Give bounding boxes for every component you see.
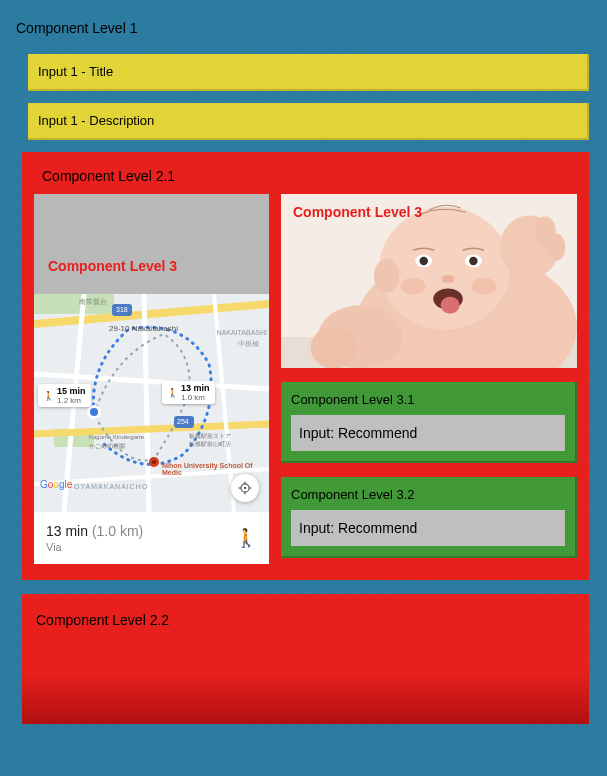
walk-icon: 🚶 [235, 527, 257, 549]
map-label-store2: 板橋駅前山町店 [189, 440, 231, 449]
input-1-title[interactable]: Input 1 - Title [28, 54, 589, 91]
bubble2-dist: 1.0 km [181, 393, 210, 402]
map-time: 13 min (1.0 km) [46, 523, 143, 539]
map-label-nakaitabashi: 29-10 Nakaitabashi [109, 324, 178, 333]
map-card: Component Level 3 [34, 194, 269, 564]
level-2-1-container: Component Level 2.1 Component Level 3 [22, 152, 589, 580]
map-time-text: 13 min [46, 523, 88, 539]
map-via: Via [46, 541, 143, 553]
level-3-1-title: Component Level 3.1 [291, 392, 565, 415]
map-footer: 13 min (1.0 km) Via 🚶 [34, 512, 269, 564]
svg-point-10 [244, 487, 246, 489]
walk-icon: 🚶 [167, 388, 178, 398]
map-label-school: Nihon University School Of Medic [162, 462, 269, 476]
svg-point-30 [471, 278, 496, 295]
svg-point-29 [400, 278, 425, 295]
bubble2-time: 13 min [181, 383, 210, 393]
level-2-2-title: Component Level 2.2 [36, 612, 575, 628]
level-3-2-card: Component Level 3.2 [281, 477, 577, 558]
time-bubble-2[interactable]: 🚶 13 min 1.0 km [162, 381, 215, 404]
svg-point-23 [419, 257, 427, 265]
level-2-2-container: Component Level 2.2 [22, 594, 589, 724]
walk-icon: 🚶 [43, 391, 54, 401]
level-3-2-title: Component Level 3.2 [291, 487, 565, 510]
bubble1-dist: 1.2 km [57, 396, 86, 405]
input-1-description[interactable]: Input 1 - Description [28, 103, 589, 140]
right-column: Component Level 3 Component Level 3.1 Co… [281, 194, 577, 564]
baby-card: Component Level 3 [281, 194, 577, 368]
left-column: Component Level 3 [34, 194, 269, 564]
recommend-input-1[interactable] [291, 415, 565, 451]
svg-point-21 [374, 259, 399, 293]
recommend-input-2[interactable] [291, 510, 565, 546]
map-label-254: 254 [177, 418, 189, 425]
map-label-kagome-jp: かごめ幼稚園 [89, 442, 125, 451]
svg-point-6 [152, 460, 156, 464]
map-header: Component Level 3 [34, 194, 269, 294]
crosshair-icon [238, 481, 252, 495]
svg-point-19 [311, 326, 358, 368]
level-3-label-map: Component Level 3 [48, 258, 177, 274]
level-2-1-title: Component Level 2.1 [34, 168, 577, 194]
baby-image [281, 194, 577, 368]
map-label-kagome: Kagome Kindergarte [89, 434, 144, 440]
map-label-nakaitabashi2: NAKAITABASHI [217, 329, 267, 336]
level-1-title: Component Level 1 [8, 8, 599, 54]
svg-point-25 [469, 257, 477, 265]
svg-point-33 [546, 233, 565, 260]
svg-point-4 [90, 408, 98, 416]
map-label-nakaitacho: 中板橋 [238, 339, 259, 349]
svg-point-28 [441, 297, 460, 314]
map-area[interactable]: 南常盤台 318 29-10 Nakaitabashi NAKAITABASHI… [34, 294, 269, 512]
level-3-label-baby: Component Level 3 [293, 204, 422, 220]
level-3-1-card: Component Level 3.1 [281, 382, 577, 463]
map-label-318: 318 [116, 306, 128, 313]
google-logo: Google [40, 479, 72, 490]
columns: Component Level 3 [34, 194, 577, 564]
bubble1-time: 15 min [57, 386, 86, 396]
map-distance: (1.0 km) [92, 523, 143, 539]
time-bubble-1[interactable]: 🚶 15 min 1.2 km [38, 384, 91, 407]
map-label-minamicho: 南常盤台 [79, 297, 107, 307]
map-label-oyamakanacho: OYAMAKANAICHO [74, 483, 148, 490]
locate-button[interactable] [231, 474, 259, 502]
svg-point-26 [442, 275, 455, 283]
